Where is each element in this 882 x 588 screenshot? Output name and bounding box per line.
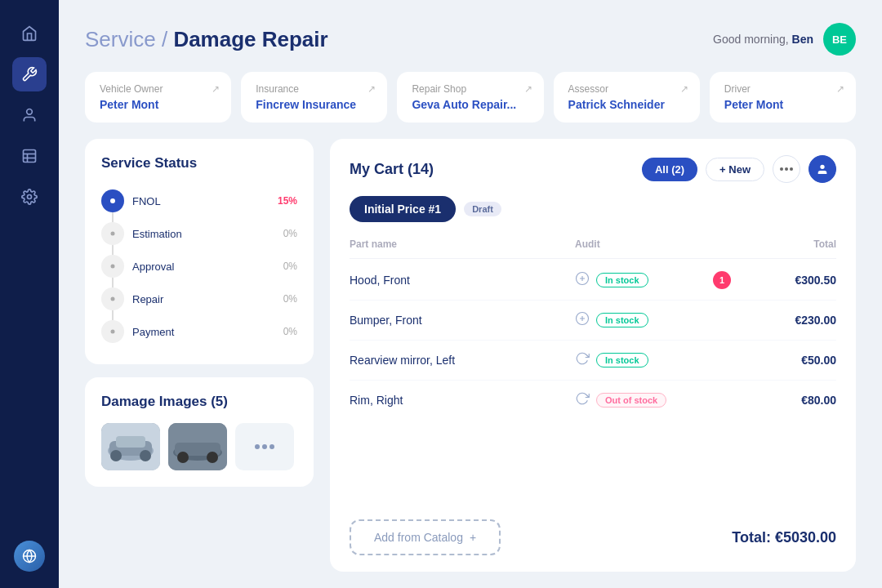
vehicle-owner-value: Peter Mont	[100, 98, 216, 111]
svg-rect-16	[116, 436, 145, 448]
repair-shop-card[interactable]: ↗ Repair Shop Geva Auto Repair...	[397, 72, 543, 122]
initial-price-tab[interactable]: Initial Price #1	[350, 196, 456, 222]
notification-badge-hood: 1	[713, 271, 731, 289]
fnol-pct: 15%	[278, 195, 297, 207]
part-name-mirror: Rearview mirror, Left	[350, 354, 575, 367]
part-name-bumper: Bumper, Front	[350, 314, 575, 327]
price-rim: €80.00	[755, 394, 836, 407]
left-panel: Service Status FNOL 15% Estimation	[85, 139, 314, 572]
repair-shop-value: Geva Auto Repair...	[412, 98, 528, 111]
bottom-section: Service Status FNOL 15% Estimation	[85, 139, 856, 572]
estimation-step-icon	[101, 222, 124, 245]
table-row: Rim, Right Out of stock €80.00	[350, 381, 836, 420]
notification-cell-hood: 1	[689, 271, 755, 289]
status-step-repair: Repair 0%	[101, 283, 297, 315]
damage-images-title: Damage Images (5)	[101, 394, 297, 410]
repair-label: Repair	[132, 293, 275, 305]
refresh-icon[interactable]	[575, 391, 590, 409]
svg-point-17	[110, 450, 122, 461]
estimation-pct: 0%	[283, 228, 297, 239]
table-row: Bumper, Front In stock €230.00	[350, 301, 836, 341]
more-options-button[interactable]	[773, 155, 800, 183]
payment-step-icon	[101, 320, 124, 343]
vehicle-owner-card[interactable]: ↗ Vehicle Owner Peter Mont	[85, 72, 231, 122]
vehicle-owner-label: Vehicle Owner	[100, 83, 216, 95]
arrow-icon: ↗	[680, 83, 688, 95]
damage-thumbnails	[101, 423, 297, 470]
cart-title: My Cart (14)	[350, 161, 434, 178]
damage-thumb-1[interactable]	[101, 423, 160, 470]
table-row: Hood, Front In stock 1 €300.50	[350, 261, 836, 301]
col-part-name: Part name	[350, 238, 575, 250]
home-icon[interactable]	[12, 16, 47, 51]
part-name-hood: Hood, Front	[350, 274, 575, 287]
greeting-text: Good morning, Ben	[713, 33, 813, 46]
assessor-value: Patrick Schneider	[568, 98, 685, 111]
scan-icon[interactable]	[575, 271, 590, 289]
settings-icon[interactable]	[12, 180, 47, 214]
user-cart-icon-button[interactable]	[808, 155, 836, 183]
new-button[interactable]: + New	[706, 158, 764, 181]
refresh-icon[interactable]	[575, 351, 590, 369]
cart-footer: Add from Catalog + Total: €5030.00	[350, 511, 836, 555]
col-total: Total	[755, 238, 836, 250]
more-dots-icon	[255, 444, 274, 449]
audit-cell-rim: Out of stock	[575, 391, 689, 409]
arrow-icon: ↗	[368, 83, 376, 95]
price-bumper: €230.00	[755, 314, 836, 327]
contacts-icon[interactable]	[12, 98, 47, 132]
insurance-card[interactable]: ↗ Insurance Fincrew Insurance	[241, 72, 387, 122]
add-from-catalog-button[interactable]: Add from Catalog +	[350, 519, 501, 555]
sidebar-globe-icon[interactable]	[14, 541, 45, 572]
driver-value: Peter Mont	[724, 98, 841, 111]
audit-cell-hood: In stock	[575, 271, 689, 289]
svg-rect-1	[24, 150, 36, 163]
svg-point-9	[111, 232, 115, 236]
driver-label: Driver	[724, 83, 841, 95]
price-hood: €300.50	[755, 274, 836, 287]
svg-point-5	[28, 195, 32, 199]
assessor-label: Assessor	[568, 83, 685, 95]
svg-point-18	[140, 450, 151, 461]
service-status-title: Service Status	[101, 155, 297, 172]
insurance-label: Insurance	[256, 83, 372, 95]
price-mirror: €50.00	[755, 354, 836, 367]
table-header-row: Part name Audit Total	[350, 234, 836, 259]
insurance-value: Fincrew Insurance	[256, 98, 372, 111]
service-icon[interactable]	[12, 57, 47, 91]
scan-icon[interactable]	[575, 311, 590, 329]
cart-panel: My Cart (14) All (2) + New	[330, 139, 856, 572]
payment-label: Payment	[132, 326, 275, 338]
driver-card[interactable]: ↗ Driver Peter Mont	[710, 72, 856, 122]
approval-step-icon	[101, 255, 124, 278]
out-of-stock-badge-rim: Out of stock	[596, 393, 666, 408]
all-filter-button[interactable]: All (2)	[642, 158, 697, 181]
table-row: Rearview mirror, Left In stock €50.00	[350, 341, 836, 381]
new-button-label: + New	[719, 163, 751, 176]
svg-point-23	[207, 452, 218, 463]
fnol-step-icon	[101, 189, 124, 212]
svg-point-8	[110, 198, 115, 203]
status-step-approval: Approval 0%	[101, 250, 297, 283]
repair-pct: 0%	[283, 293, 297, 305]
fnol-label: FNOL	[132, 195, 270, 207]
arrow-icon: ↗	[212, 83, 220, 95]
in-stock-badge-bumper: In stock	[596, 313, 648, 327]
greeting: Good morning, Ben BE	[713, 23, 856, 56]
more-images-button[interactable]	[235, 423, 294, 470]
reports-icon[interactable]	[12, 139, 47, 173]
audit-cell-mirror: In stock	[575, 351, 689, 369]
svg-point-25	[785, 167, 788, 171]
cart-total: Total: €5030.00	[732, 529, 836, 546]
assessor-card[interactable]: ↗ Assessor Patrick Schneider	[554, 72, 700, 122]
col-total-empty	[689, 238, 755, 250]
svg-point-22	[177, 452, 189, 463]
header: Service / Damage Repair Good morning, Be…	[85, 23, 856, 56]
user-avatar[interactable]: BE	[823, 23, 856, 56]
svg-point-12	[111, 330, 115, 334]
payment-pct: 0%	[283, 326, 297, 337]
damage-thumb-2[interactable]	[168, 423, 227, 470]
approval-label: Approval	[132, 261, 275, 273]
part-name-rim: Rim, Right	[350, 394, 575, 407]
page-title: Service / Damage Repair	[85, 27, 328, 52]
